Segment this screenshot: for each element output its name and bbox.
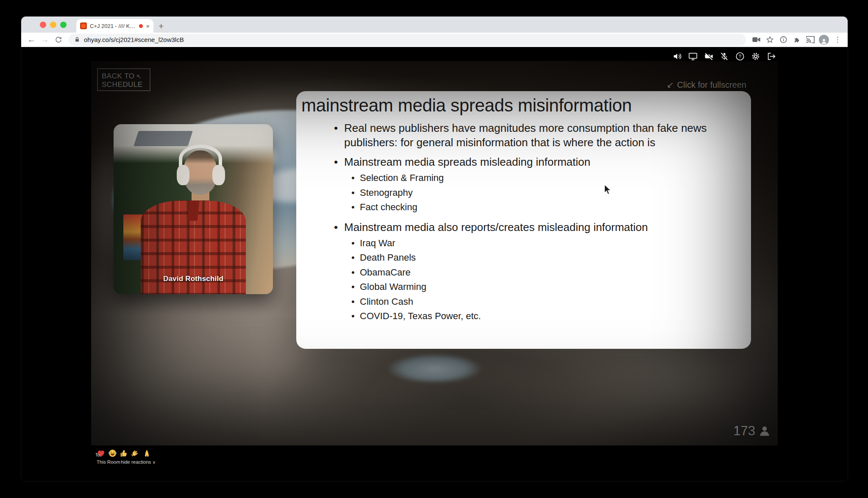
slide-card[interactable]: mainstream media spreads misinformation … bbox=[296, 91, 751, 349]
tab-bar: C+J 2021 - //// Keynote 3 × + bbox=[21, 17, 848, 33]
camera-icon bbox=[752, 36, 760, 43]
browser-tab[interactable]: C+J 2021 - //// Keynote 3 × bbox=[76, 19, 153, 33]
participant-video-tile[interactable]: David Rothschild bbox=[114, 124, 273, 294]
cast-icon bbox=[806, 36, 815, 43]
new-tab-button[interactable]: + bbox=[159, 22, 164, 31]
forward-button[interactable]: → bbox=[39, 34, 51, 46]
help-icon: ? bbox=[735, 52, 745, 61]
tab-recording-indicator bbox=[139, 24, 143, 28]
nw-arrow-icon: ↖ bbox=[136, 73, 142, 80]
minimize-window-button[interactable] bbox=[50, 22, 56, 28]
laughing-reaction-button[interactable] bbox=[108, 449, 117, 458]
slide-bullet: Mainstream media spreads misleading info… bbox=[333, 155, 736, 169]
clap-reaction-button[interactable] bbox=[131, 449, 140, 458]
slide-title: mainstream media spreads misinformation bbox=[301, 95, 751, 116]
screenshare-button[interactable] bbox=[688, 51, 698, 61]
attendee-count-value: 173 bbox=[733, 423, 755, 439]
slide-sub-bullet: Iraq War bbox=[351, 236, 751, 251]
attendees-icon bbox=[758, 425, 771, 437]
slide-sub-bullet: Clinton Cash bbox=[351, 295, 751, 309]
slide-sub-bullet: ObamaCare bbox=[351, 265, 751, 280]
mic-off-button[interactable] bbox=[719, 51, 729, 61]
person-icon bbox=[820, 37, 828, 45]
tab-favicon bbox=[80, 22, 87, 29]
puddle bbox=[387, 353, 483, 384]
url-text: ohyay.co/s/cj2021#scene_l2ow3lcB bbox=[84, 36, 184, 43]
tab-title: C+J 2021 - //// Keynote 3 bbox=[90, 23, 136, 29]
star-icon bbox=[766, 36, 774, 44]
app-controls: ? bbox=[672, 51, 776, 61]
camera-off-button[interactable] bbox=[704, 51, 714, 61]
gear-icon bbox=[751, 52, 760, 61]
hide-reactions-toggle[interactable]: hide reactions ∨ bbox=[121, 459, 156, 465]
slide-bullet: Mainstream media also reports/creates mi… bbox=[333, 220, 736, 234]
reload-icon bbox=[55, 36, 62, 44]
settings-button[interactable] bbox=[751, 51, 761, 61]
puzzle-icon bbox=[793, 36, 801, 44]
info-icon bbox=[779, 36, 787, 44]
tab-close-icon[interactable]: × bbox=[146, 23, 150, 29]
slide-sub-bullet: COVID-19, Texas Power, etc. bbox=[351, 309, 751, 324]
slide-sub-bullet: Fact checking bbox=[351, 200, 751, 215]
browser-menu-button[interactable]: ⋮ bbox=[832, 34, 843, 45]
mouse-cursor bbox=[604, 184, 612, 198]
camera-off-icon bbox=[704, 52, 714, 61]
url-bar[interactable]: ohyay.co/s/cj2021#scene_l2ow3lcB bbox=[69, 34, 746, 46]
fullscreen-hint-label: Click for fullscreen bbox=[677, 80, 746, 90]
camera-in-use-button[interactable] bbox=[750, 34, 762, 45]
pray-reaction-button[interactable] bbox=[142, 449, 151, 458]
reactions-bar: To: This Room hide reactions ∨ bbox=[97, 449, 194, 468]
pray-icon bbox=[142, 449, 151, 458]
help-button[interactable]: ? bbox=[735, 51, 745, 61]
back-to-schedule-button[interactable]: BACK TO↖ SCHEDULE bbox=[97, 68, 150, 91]
thumbs-up-icon bbox=[120, 449, 128, 458]
zoom-window-button[interactable] bbox=[60, 22, 67, 28]
volume-button[interactable] bbox=[672, 51, 682, 61]
attendee-count[interactable]: 173 bbox=[733, 423, 771, 439]
participant-name-label: David Rothschild bbox=[114, 275, 273, 283]
app-content: ? BACK TO↖ SCHEDULE ↙ bbox=[21, 47, 848, 481]
mic-off-icon bbox=[720, 52, 729, 61]
close-window-button[interactable] bbox=[40, 22, 46, 28]
bookmark-button[interactable] bbox=[764, 34, 776, 45]
laughing-icon bbox=[108, 449, 117, 458]
extensions-button[interactable] bbox=[791, 34, 803, 45]
window-controls bbox=[40, 22, 67, 28]
exit-button[interactable] bbox=[766, 51, 776, 61]
browser-toolbar: ← → ohyay.co/s/cj2021#scene_l2ow3lcB bbox=[21, 33, 848, 47]
slide-sub-bullet: Stenography bbox=[351, 186, 751, 200]
slide-sub-bullet: Death Panels bbox=[351, 250, 751, 265]
back-button[interactable]: ← bbox=[25, 34, 37, 46]
browser-window: C+J 2021 - //// Keynote 3 × + ← → ohyay.… bbox=[21, 17, 848, 481]
monitor-icon bbox=[688, 52, 698, 61]
reload-button[interactable] bbox=[53, 34, 64, 46]
speaker-icon bbox=[673, 52, 682, 61]
cast-button[interactable] bbox=[804, 34, 816, 45]
reaction-room-label: This Room bbox=[97, 459, 120, 465]
page-info-button[interactable] bbox=[777, 34, 789, 45]
slide-sub-bullet: Selection & Framing bbox=[351, 171, 751, 186]
fullscreen-arrow-icon: ↙ bbox=[667, 80, 674, 90]
avatar bbox=[819, 35, 829, 45]
padlock-icon bbox=[74, 36, 80, 43]
svg-text:?: ? bbox=[739, 54, 741, 59]
slide-bullet: Real news publishers have magnitudes mor… bbox=[333, 121, 736, 150]
clap-icon bbox=[131, 449, 140, 458]
thumbs-up-reaction-button[interactable] bbox=[120, 449, 128, 458]
scene-background: BACK TO↖ SCHEDULE ↙ Click for fullscreen bbox=[91, 61, 778, 445]
profile-button[interactable] bbox=[818, 34, 830, 45]
exit-icon bbox=[767, 52, 776, 61]
chevron-down-icon: ∨ bbox=[153, 460, 156, 465]
reaction-to-label: To: bbox=[95, 453, 101, 457]
slide-sub-bullet: Global Warming bbox=[351, 280, 751, 295]
fullscreen-hint[interactable]: ↙ Click for fullscreen bbox=[667, 80, 746, 90]
